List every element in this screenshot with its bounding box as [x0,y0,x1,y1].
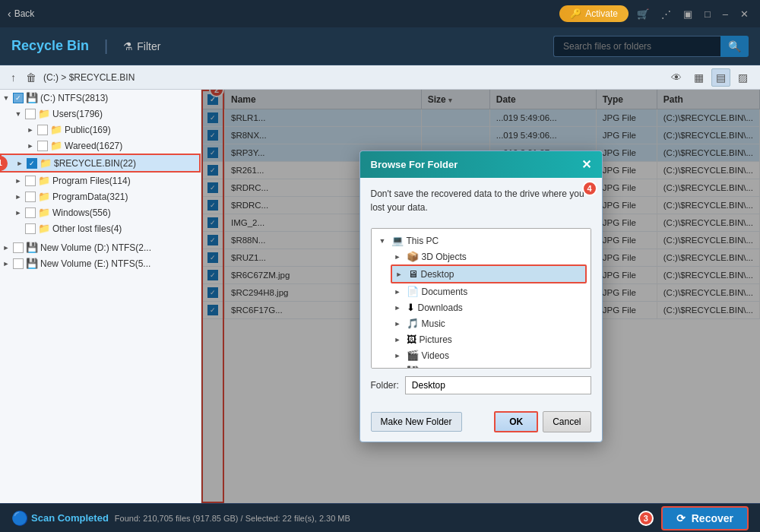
other-folder-icon: 📁 [38,223,50,234]
dialog-overlay: Browse For Folder ✕ 4 Don't save the rec… [201,90,760,503]
dialog-warning-text: Don't save the recovered data to the dri… [371,187,591,214]
3dobjects-icon: 📦 [407,251,419,262]
public-checkbox[interactable] [37,125,48,135]
path-delete-button[interactable]: 🗑 [23,70,40,85]
chevron-right-icon: ► [14,193,23,201]
win-label: Windows(556) [52,207,111,218]
recycle-label: $RECYCLE.BIN(22) [54,158,136,169]
pf-label: Program Files(114) [52,176,131,186]
recover-label: Recover [692,512,733,524]
back-button[interactable]: ‹ Back [8,8,34,20]
minimize-icon[interactable]: □ [701,7,714,21]
ftree-item-documents[interactable]: ► 📄 Documents [391,283,587,299]
ok-button[interactable]: OK [494,411,538,432]
drive-e-icon: 💾 [26,258,38,269]
annotation-badge-3: 3 [638,511,654,526]
ftree-chevron-3d: ► [394,253,404,261]
close-icon[interactable]: ✕ [736,7,752,21]
annotation-badge-1: 1 [0,156,8,171]
documents-label: Documents [422,287,468,297]
dialog-actions: Make New Folder OK Cancel [360,411,602,442]
ftree-item-downloads[interactable]: ► ⬇ Downloads [391,299,587,315]
wareed-checkbox[interactable] [37,141,48,151]
desktop-label: Desktop [421,269,454,280]
cancel-button[interactable]: Cancel [543,411,591,432]
status-left: 🔵 Scan Completed Found: 210,705 files (9… [11,510,350,527]
make-new-folder-button[interactable]: Make New Folder [371,412,462,432]
downloads-icon: ⬇ [407,302,415,313]
recover-button[interactable]: ⟳ Recover [661,506,749,530]
ftree-item-thispc[interactable]: ▼ 💻 This PC [375,233,587,249]
folder-path-input[interactable] [405,376,591,394]
sidebar-item-programfiles[interactable]: ► 📁 Program Files(114) [0,173,201,188]
ftree-chevron-docs: ► [394,288,404,296]
public-label: Public(169) [65,125,111,135]
recycle-bin-title[interactable]: Recycle Bin [11,38,89,54]
sidebar-item-programdata[interactable]: ► 📁 ProgramData(321) [0,188,201,204]
maximize-icon[interactable]: – [719,7,732,21]
share-icon[interactable]: ⋰ [657,7,675,21]
window-controls: 🔑 Activate 🛒 ⋰ ▣ □ – ✕ [559,5,752,22]
path-value: (C:) > $RECYCLE.BIN [43,72,135,83]
path-up-button[interactable]: ↑ [8,70,19,85]
key-icon: 🔑 [570,8,581,19]
chevron-right-icon: ► [26,142,35,150]
activate-button[interactable]: 🔑 Activate [559,5,629,22]
recycle-checkbox[interactable]: ✓ [27,158,37,169]
cart-icon[interactable]: 🛒 [633,7,653,21]
sidebar-item-windows[interactable]: ► 📁 Windows(556) [0,204,201,220]
drive-d-checkbox[interactable] [13,242,24,253]
view-list-button[interactable]: ▤ [711,68,730,87]
view-details-button[interactable]: ▨ [733,68,752,87]
folder-tree: ▼ 💻 This PC ► 📦 3D Objects ► [371,228,591,369]
ftree-item-3dobjects[interactable]: ► 📦 3D Objects [391,249,587,264]
back-label: Back [14,8,35,19]
dialog-body: 4 Don't save the recovered data to the d… [360,178,602,411]
sidebar-item-drive-e[interactable]: ► 💾 New Volume (E:) NTFS(5... [0,255,201,271]
users-label: Users(1796) [52,109,103,119]
sidebar-item-public[interactable]: ► 📁 Public(169) [0,122,201,138]
ftree-chevron-thispc: ▼ [379,237,388,245]
view-grid-button[interactable]: ▦ [689,68,708,87]
pictures-icon: 🖼 [407,334,416,345]
search-container: 🔍 [553,36,749,57]
sidebar-item-users[interactable]: ▼ 📁 Users(1796) [0,106,201,122]
view-preview-button[interactable]: 👁 [667,68,686,87]
content-area: 2 ✓ Name Size ▾ Date Type Path ✓ $RLR1..… [201,90,760,503]
drive-e-checkbox[interactable] [13,258,24,269]
sidebar-item-wareed[interactable]: ► 📁 Wareed(1627) [0,138,201,154]
ftree-item-localdisk[interactable]: ► 💾 Local Disk (C:) [391,363,587,369]
sidebar-item-drive-c[interactable]: ▼ ✓ 💾 (C:) NTFS(2813) [0,90,201,106]
win-checkbox[interactable] [25,207,36,218]
search-button[interactable]: 🔍 [720,36,749,57]
browse-folder-dialog: Browse For Folder ✕ 4 Don't save the rec… [359,150,603,442]
drive-c-checkbox[interactable]: ✓ [13,93,24,103]
pd-checkbox[interactable] [25,192,36,202]
desktop-icon: 🖥 [408,268,418,280]
dialog-close-button[interactable]: ✕ [581,157,591,172]
drive-e-label: New Volume (E:) NTFS(5... [40,258,150,269]
sidebar-item-drive-d[interactable]: ► 💾 New Volume (D:) NTFS(2... [0,239,201,255]
pd-folder-icon: 📁 [38,191,50,202]
status-bar: 🔵 Scan Completed Found: 210,705 files (9… [0,503,760,532]
ftree-item-music[interactable]: ► 🎵 Music [391,315,587,331]
pf-checkbox[interactable] [25,176,36,186]
sidebar-item-recycle[interactable]: 1 ► ✓ 📁 $RECYCLE.BIN(22) [0,154,201,173]
filter-button[interactable]: ⚗ Filter [123,40,160,52]
ftree-item-videos[interactable]: ► 🎬 Videos [391,347,587,363]
restore-icon[interactable]: ▣ [679,7,696,21]
path-text: (C:) > $RECYCLE.BIN [43,72,135,83]
users-checkbox[interactable] [25,109,36,119]
chevron-right-icon: ► [15,160,24,167]
chevron-right-icon: ► [2,244,11,252]
other-checkbox[interactable] [25,223,36,234]
search-input[interactable] [553,36,720,57]
chevron-right-icon: ► [2,260,11,268]
documents-icon: 📄 [407,286,419,297]
ftree-item-desktop[interactable]: ► 🖥 Desktop [391,264,587,283]
ok-cancel-group: OK Cancel [494,411,591,432]
sidebar-item-otherlost[interactable]: 📁 Other lost files(4) [0,220,201,236]
users-folder-icon: 📁 [38,108,50,119]
ftree-item-pictures[interactable]: ► 🖼 Pictures [391,331,587,347]
status-right: 3 ⟳ Recover [638,506,749,530]
